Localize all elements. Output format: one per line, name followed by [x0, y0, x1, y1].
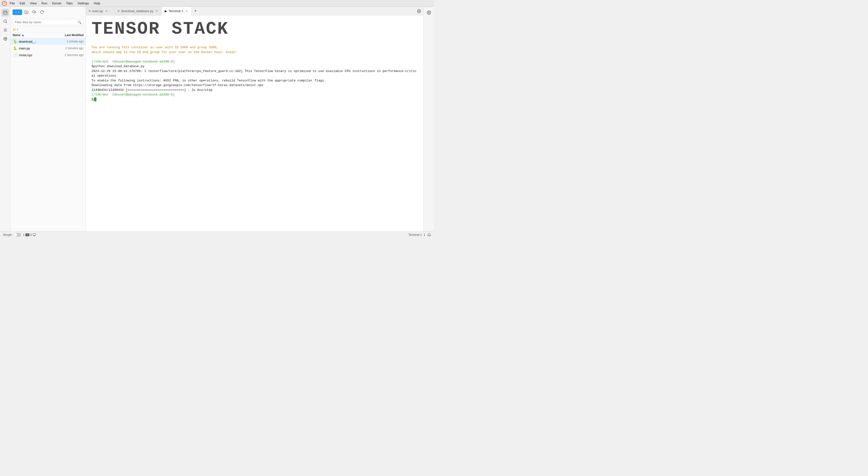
terminal-prompt-1: [/t9k/mnt t9kuser@managed-notebook-ad390… [92, 59, 417, 64]
bell-icon[interactable] [427, 233, 431, 237]
terminal-warning-1: You are running this container as user w… [92, 45, 417, 50]
file-name: mnist.npz [19, 53, 52, 57]
status-terminal-label: Terminal 1 [408, 233, 422, 237]
tab-file-icon: ≡ [118, 9, 120, 13]
file-list: 🐍 download_... 1 minute ago 🐍 main.py 2 … [11, 38, 86, 231]
terminal-log-3: Downloading data from https://storage.go… [92, 83, 417, 88]
toggle-thumb [13, 233, 17, 237]
tab-main-py[interactable]: ≡ main.py ✕ [86, 7, 115, 15]
python-file-icon: 🐍 [12, 39, 18, 44]
right-sidebar [423, 7, 434, 231]
col-name-header[interactable]: Name ▲ [12, 33, 52, 37]
svg-point-0 [2, 1, 6, 6]
file-path: / [17, 28, 18, 31]
terminal-log-1: 2023-12-29 15:40:41.370709: I tensorflow… [92, 69, 417, 78]
menu-view[interactable]: View [28, 1, 38, 6]
right-settings-icon[interactable] [425, 9, 433, 17]
toggle-track[interactable] [13, 233, 21, 237]
terminal-log-4: 11490434/11490434 [=====================… [92, 88, 417, 93]
status-badge-1: S [25, 233, 29, 236]
folder-icon: 📁 [12, 28, 16, 31]
new-button[interactable]: + + [12, 9, 22, 15]
sidebar-files-icon[interactable] [1, 9, 9, 17]
svg-rect-11 [33, 233, 36, 235]
terminal-warning-2: which should map to the ID and group for… [92, 50, 417, 55]
app-logo [2, 1, 7, 6]
menu-run[interactable]: Run [39, 1, 49, 6]
status-count-1: 1 [23, 233, 25, 237]
svg-point-9 [418, 11, 420, 12]
status-count-2: 0 [30, 233, 32, 237]
sidebar-list-icon[interactable] [1, 26, 9, 34]
refresh-button[interactable] [38, 9, 45, 16]
menu-tabs[interactable]: Tabs [64, 1, 74, 6]
file-name: main.py [19, 47, 52, 50]
search-input[interactable] [12, 19, 84, 25]
tab-terminal-1[interactable]: ▶ Terminal 1 ✕ [162, 7, 192, 16]
search-icon: 🔍 [78, 20, 82, 24]
python-file-icon: 🐍 [12, 46, 18, 51]
sort-asc-icon: ▲ [22, 33, 25, 37]
menu-settings[interactable]: Settings [75, 1, 91, 6]
tensor-stack-logo: TENSOR STACK [92, 20, 417, 38]
file-browser-panel: + + [11, 7, 86, 231]
tab-label: Terminal 1 [168, 9, 183, 13]
new-folder-button[interactable] [23, 9, 30, 16]
list-item[interactable]: 🐍 main.py 2 minutes ago [11, 45, 86, 52]
tab-bar-settings-icon[interactable] [414, 7, 423, 16]
tab-label: download_database.py [121, 9, 154, 13]
terminal-prompt-2: [/t9k/mnt t9kuser@managed-notebook-ad390… [92, 92, 417, 97]
tab-terminal-icon: ▶ [165, 9, 167, 13]
mode-toggle[interactable]: Simple [3, 233, 21, 237]
editor-area: ≡ main.py ✕ ≡ download_database.py ✕ ▶ T… [86, 7, 423, 231]
file-modified: 2 minutes ago [52, 47, 84, 50]
tab-file-icon: ≡ [89, 9, 91, 13]
col-modified-header[interactable]: Last Modified [52, 33, 84, 37]
list-item[interactable]: 🐍 download_... 1 minute ago [11, 38, 86, 45]
menu-edit[interactable]: Edit [18, 1, 27, 6]
plus-icon: + [15, 10, 17, 14]
left-icon-sidebar [0, 7, 11, 231]
menu-file[interactable]: File [8, 1, 17, 6]
upload-button[interactable] [31, 9, 37, 16]
svg-point-10 [428, 12, 429, 13]
tab-close-button[interactable]: ✕ [104, 9, 108, 13]
file-list-header: Name ▲ Last Modified [11, 32, 86, 38]
generic-file-icon: 📄 [12, 53, 18, 57]
file-path-row: 📁 / [11, 27, 86, 32]
add-tab-button[interactable]: + [192, 7, 199, 16]
menubar: File Edit View Run Kernel Tabs Settings … [0, 0, 434, 7]
status-terminal-num: 1 [424, 233, 425, 237]
svg-point-2 [4, 20, 6, 23]
menu-help[interactable]: Help [92, 1, 102, 6]
sidebar-search-icon[interactable] [1, 18, 9, 25]
status-bar: Simple 1 S 0 Terminal 1 1 [0, 231, 434, 238]
file-modified: 1 minute ago [52, 40, 84, 43]
tab-close-button[interactable]: ✕ [185, 9, 188, 13]
mode-label: Simple [3, 233, 12, 237]
file-modified: 2 seconds ago [52, 53, 84, 57]
list-item[interactable]: 📄 mnist.npz 2 seconds ago [11, 52, 86, 58]
menu-kernel[interactable]: Kernel [50, 1, 63, 6]
status-left: Simple 1 S 0 [3, 233, 36, 237]
file-search-row: 🔍 [11, 18, 86, 27]
terminal-content: TENSOR STACK You are running this contai… [86, 16, 423, 231]
sidebar-extensions-icon[interactable] [1, 35, 9, 43]
new-label: + [18, 10, 20, 14]
terminal-cmd-2[interactable]: $ [92, 97, 417, 102]
terminal-cmd-1: $python download_database.py [92, 64, 417, 69]
status-right: Terminal 1 1 [408, 233, 431, 237]
svg-rect-1 [4, 11, 7, 14]
file-name: download_... [19, 40, 52, 43]
tab-download-database[interactable]: ≡ download_database.py ✕ [115, 7, 162, 15]
terminal-log-2: To enable the following instructions: AV… [92, 78, 417, 83]
status-num-1: 1 S 0 [23, 233, 36, 237]
tab-label: main.py [92, 9, 103, 13]
tab-close-button[interactable]: ✕ [155, 9, 159, 13]
file-panel-toolbar: + + [11, 7, 86, 18]
tab-bar: ≡ main.py ✕ ≡ download_database.py ✕ ▶ T… [86, 7, 423, 16]
status-icon [33, 233, 36, 237]
